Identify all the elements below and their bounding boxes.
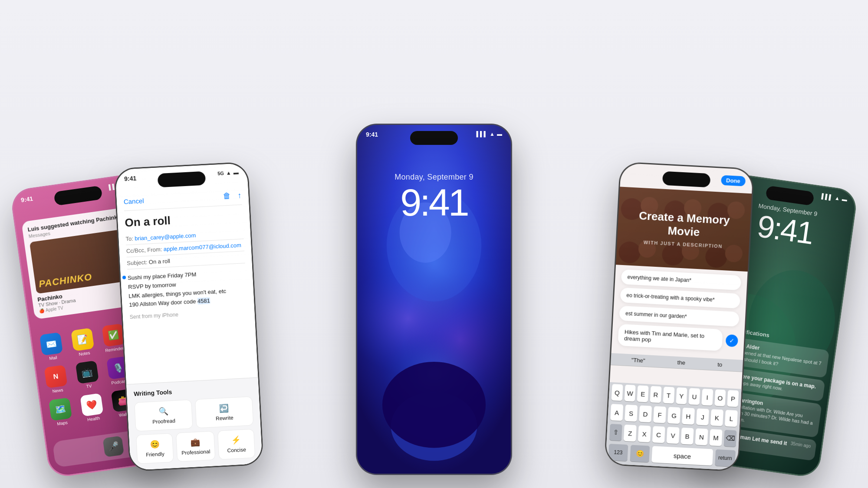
key-h[interactable]: H: [682, 408, 695, 425]
signal-5g: 5G: [217, 170, 224, 176]
key-y[interactable]: Y: [676, 387, 687, 404]
status-icons-2: 5G ▲ ▬: [217, 170, 239, 177]
lock-time: 9:41: [400, 183, 467, 222]
status-icons-5: ▌▌▌ ▲ ▬: [821, 193, 848, 203]
autocorrect-2[interactable]: the: [677, 359, 685, 366]
writing-tools-row2: 😊 Friendly 💼 Professional ⚡ Concise: [136, 429, 255, 464]
key-w[interactable]: W: [624, 385, 636, 402]
mail-icon: ✉️: [39, 332, 63, 356]
battery-icon-3: ▬: [497, 131, 502, 137]
key-emoji[interactable]: 😊: [630, 445, 650, 462]
memory-check-button[interactable]: ✓: [726, 334, 738, 347]
tool-proofread[interactable]: 🔍 Proofread: [134, 400, 193, 432]
autocorrect-1[interactable]: "The": [631, 357, 645, 364]
app-notes[interactable]: 📝 Notes: [69, 328, 97, 357]
key-i[interactable]: I: [701, 389, 713, 406]
key-o[interactable]: O: [714, 390, 726, 406]
app-health[interactable]: ❤️ Health: [78, 393, 106, 423]
lock-date: Monday, September 9: [395, 173, 473, 182]
phones-container: 9:41 ▌▌▌ ▲ ▬ Luis suggested watching Pac…: [0, 0, 868, 488]
phone-4: Done Create a Memory Movie WITH JUST A D…: [604, 161, 754, 472]
proofread-icon: 🔍: [158, 406, 168, 416]
mail-body-text: Sushi my place Friday 7PM RSVP by tomorr…: [128, 268, 247, 310]
wifi-icon-3: ▲: [490, 131, 495, 137]
key-c[interactable]: C: [652, 426, 665, 443]
proofread-label: Proofread: [152, 418, 175, 425]
app-maps[interactable]: 🗺️ Maps: [46, 397, 75, 427]
key-p[interactable]: P: [727, 390, 739, 407]
memory-title-section: Create a Memory Movie WITH JUST A DESCRI…: [616, 187, 752, 272]
status-time-2: 9:41: [124, 175, 137, 182]
dock-siri[interactable]: 🎤: [101, 436, 125, 458]
key-k[interactable]: K: [710, 409, 723, 426]
key-a[interactable]: A: [610, 404, 623, 421]
cc-value[interactable]: apple.marcom077@icloud.com: [163, 242, 241, 252]
app-mail[interactable]: ✉️ Mail: [37, 332, 66, 362]
writing-tools-section: Writing Tools 🔍 Proofread ↩️ Rewrite: [126, 377, 263, 471]
key-d[interactable]: D: [639, 406, 652, 422]
mail-body[interactable]: Sushi my place Friday 7PM RSVP by tomorr…: [128, 268, 248, 320]
key-x[interactable]: X: [638, 425, 651, 442]
app-news[interactable]: N News: [42, 364, 70, 394]
cursor-dot: [122, 275, 126, 279]
signal-icon-3: ▌▌▌: [477, 131, 488, 137]
professional-icon: 💼: [191, 437, 201, 447]
appletv-icon: 🍎: [39, 308, 44, 314]
health-icon: ❤️: [80, 393, 103, 416]
memory-prompts: everything we ate in Japan* eo trick-or-…: [611, 265, 747, 360]
subject-label: Subject:: [127, 259, 149, 267]
tool-concise[interactable]: ⚡ Concise: [217, 429, 255, 460]
key-space[interactable]: space: [651, 446, 713, 465]
key-z[interactable]: Z: [624, 425, 637, 442]
memory-prompt-2: eo trick-or-treating with a spooky vibe*: [620, 288, 740, 308]
concise-icon: ⚡: [231, 435, 241, 445]
key-j[interactable]: J: [696, 408, 709, 425]
subject-value[interactable]: On a roll: [148, 258, 170, 265]
cancel-button[interactable]: Cancel: [123, 197, 144, 205]
key-shift[interactable]: ⇧: [609, 424, 622, 441]
to-value[interactable]: brian_carey@apple.com: [135, 232, 196, 242]
key-s[interactable]: S: [625, 405, 638, 422]
memory-prompt-1: everything we ate in Japan*: [621, 269, 741, 290]
battery-icon-2: ▬: [233, 170, 239, 176]
cc-label: Cc/Bcc, From:: [126, 246, 164, 254]
key-f[interactable]: F: [653, 406, 666, 423]
autocorrect-3[interactable]: to: [717, 361, 723, 368]
key-v[interactable]: V: [667, 427, 680, 444]
notif-time-4: 35min ago: [790, 441, 811, 449]
keyboard: Q W E R T Y U I O P A S D: [605, 382, 741, 471]
trash-icon[interactable]: 🗑: [223, 192, 231, 201]
concise-label: Concise: [227, 447, 246, 454]
app-label-tv: TV: [86, 383, 92, 389]
key-e[interactable]: E: [637, 385, 649, 402]
key-t[interactable]: T: [663, 386, 674, 403]
key-b[interactable]: B: [681, 428, 694, 445]
mail-compose: Cancel 🗑 ↑ On a roll To: brian_carey@app…: [116, 186, 263, 470]
sent-from: Sent from my iPhone: [130, 308, 248, 320]
phone-3: 9:41 ▌▌▌ ▲ ▬ Monday, September 9 9:41: [356, 124, 512, 475]
key-return[interactable]: return: [715, 449, 736, 467]
app-tv[interactable]: 📺 TV: [73, 360, 102, 390]
news-icon: N: [44, 365, 67, 388]
key-m[interactable]: M: [710, 429, 723, 446]
mail-subject: On a roll: [125, 210, 243, 229]
key-q[interactable]: Q: [612, 384, 623, 401]
key-123[interactable]: 123: [608, 444, 628, 461]
tool-professional[interactable]: 💼 Professional: [176, 431, 215, 462]
key-u[interactable]: U: [689, 388, 700, 405]
app-label-mail: Mail: [49, 355, 58, 360]
key-r[interactable]: R: [650, 386, 662, 403]
key-n[interactable]: N: [695, 428, 708, 445]
tool-friendly[interactable]: 😊 Friendly: [136, 433, 174, 464]
key-l[interactable]: L: [725, 410, 738, 427]
to-label: To:: [125, 235, 135, 242]
app-label-maps: Maps: [57, 420, 68, 426]
writing-tools-grid: 🔍 Proofread ↩️ Rewrite: [134, 396, 253, 432]
tool-rewrite[interactable]: ↩️ Rewrite: [195, 396, 253, 429]
send-icon[interactable]: ↑: [237, 191, 242, 200]
memory-input[interactable]: Hikes with Tim and Marie, set to dream p…: [618, 324, 723, 351]
key-g[interactable]: G: [667, 407, 681, 424]
done-button[interactable]: Done: [721, 175, 746, 187]
wifi-icon-5: ▲: [834, 195, 840, 202]
key-delete[interactable]: ⌫: [724, 430, 737, 447]
